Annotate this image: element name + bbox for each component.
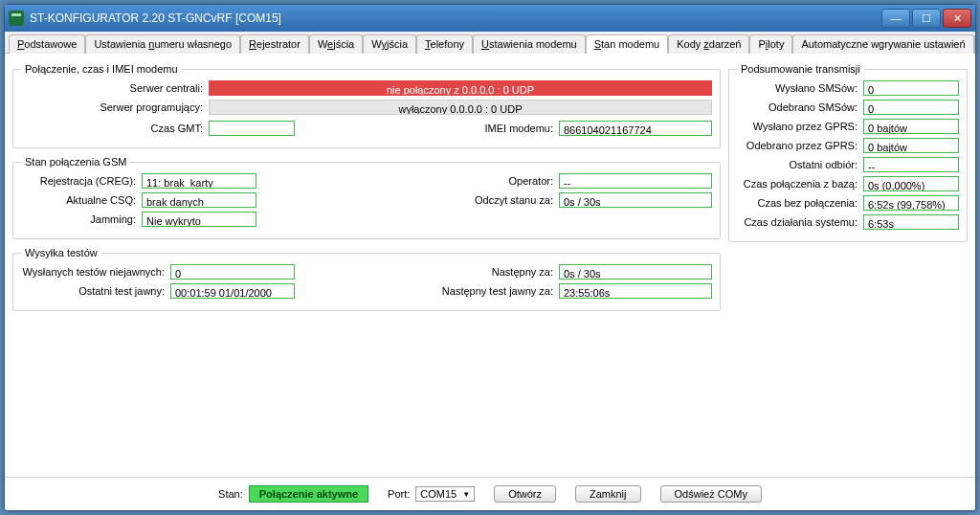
close-button[interactable]: ✕ xyxy=(943,9,971,28)
value-uptime: 6:53s xyxy=(863,214,959,230)
label-state: Stan: xyxy=(218,488,243,500)
value-jamming: Nie wykryto Jammingu xyxy=(142,212,256,227)
value-csq: brak danych xyxy=(142,192,256,208)
legend-gsm: Stan połączenia GSM xyxy=(21,156,130,168)
legend-summary: Podsumowanie transmisji xyxy=(737,63,864,75)
label-sms-out: Wysłano SMSów: xyxy=(737,82,863,94)
value-sms-out: 0 xyxy=(863,80,959,96)
label-imei: IMEI modemu: xyxy=(367,123,559,134)
legend-tests: Wysyłka testów xyxy=(21,247,101,258)
label-jamming: Jamming: xyxy=(21,213,142,225)
value-gprs-out: 0 bajtów xyxy=(863,119,959,134)
label-conn-time: Czas połączenia z bazą: xyxy=(737,178,863,190)
value-conn-time: 0s (0,000%) xyxy=(863,176,959,191)
value-gprs-in: 0 bajtów xyxy=(863,138,959,153)
value-last-pub: 00:01:59 01/01/2000 xyxy=(170,283,295,299)
tab-rejestrator[interactable]: Rejestrator xyxy=(240,34,309,54)
label-port: Port: xyxy=(388,488,410,500)
tab-kody-zdarzen[interactable]: Kody zdarzeń xyxy=(668,34,749,54)
tab-ustawienia-numeru[interactable]: Ustawienia numeru własnego xyxy=(85,34,240,54)
value-last-recv: -- xyxy=(863,157,959,172)
tab-podstawowe[interactable]: Podstawowe xyxy=(9,34,85,54)
fieldset-tests: Wysyłka testów Wysłanych testów niejawny… xyxy=(12,247,721,311)
label-next: Następny za: xyxy=(367,266,559,278)
maximize-button[interactable]: ☐ xyxy=(912,9,941,28)
close-port-button[interactable]: Zamknij xyxy=(575,485,641,503)
label-server-prog: Serwer programujący: xyxy=(21,101,209,113)
label-next-pub: Następny test jawny za: xyxy=(367,285,559,297)
tab-auto-wgrywanie[interactable]: Automatyczne wgrywanie ustawień xyxy=(792,34,973,54)
label-sms-in: Odebrano SMSów: xyxy=(737,101,863,113)
footer-bar: Stan: Połączenie aktywne Port: COM15 ▼ O… xyxy=(5,477,975,510)
app-window: ST-KONFIGURATOR 2.20 ST-GNCvRF [COM15] —… xyxy=(4,4,976,511)
label-server-central: Serwer centrali: xyxy=(21,82,209,94)
window-title: ST-KONFIGURATOR 2.20 ST-GNCvRF [COM15] xyxy=(30,11,881,25)
label-uptime: Czas działania systemu: xyxy=(737,216,863,228)
value-imei: 866104021167724 xyxy=(559,121,712,136)
tabstrip: Podstawowe Ustawienia numeru własnego Re… xyxy=(5,32,975,54)
port-select[interactable]: COM15 ▼ xyxy=(415,486,475,502)
value-next-pub: 23:55:06s xyxy=(559,283,712,299)
label-last-recv: Ostatni odbiór: xyxy=(737,159,863,170)
titlebar: ST-KONFIGURATOR 2.20 ST-GNCvRF [COM15] —… xyxy=(5,5,975,32)
label-last-pub: Ostatni test jawny: xyxy=(21,285,170,297)
label-read-state: Odczyt stanu za: xyxy=(367,194,559,206)
legend-connection: Połączenie, czas i IMEI modemu xyxy=(21,63,182,75)
label-gmt: Czas GMT: xyxy=(21,123,209,134)
tab-content: Połączenie, czas i IMEI modemu Serwer ce… xyxy=(5,54,975,477)
value-state: Połączenie aktywne xyxy=(249,485,368,503)
tab-piloty[interactable]: Piloty xyxy=(749,34,792,54)
tab-ustawienia-modemu[interactable]: Ustawienia modemu xyxy=(473,34,586,54)
fieldset-summary: Podsumowanie transmisji Wysłano SMSów:0 … xyxy=(728,63,968,242)
tab-stan-modemu[interactable]: Stan modemu xyxy=(586,34,669,54)
tab-wejscia[interactable]: Wejścia xyxy=(309,34,363,54)
value-read-state: 0s / 30s xyxy=(559,192,712,208)
value-sms-in: 0 xyxy=(863,100,959,115)
open-button[interactable]: Otwórz xyxy=(494,485,556,503)
value-gmt xyxy=(209,121,295,136)
tab-wyjscia[interactable]: Wyjścia xyxy=(363,34,416,54)
value-operator: -- xyxy=(559,173,712,189)
minimize-button[interactable]: — xyxy=(881,9,910,28)
fieldset-connection: Połączenie, czas i IMEI modemu Serwer ce… xyxy=(12,63,721,148)
value-server-prog: wyłączony 0.0.0.0 : 0 UDP xyxy=(209,100,712,115)
label-noconn-time: Czas bez połączenia: xyxy=(737,197,863,209)
label-sent-hidden: Wysłanych testów niejawnych: xyxy=(21,266,170,278)
app-icon xyxy=(9,11,24,26)
value-server-central: nie połączony z 0.0.0.0 : 0 UDP xyxy=(209,80,712,96)
label-csq: Aktualne CSQ: xyxy=(21,194,142,206)
tab-telefony[interactable]: Telefony xyxy=(416,34,473,54)
value-creg: 11: brak_karty xyxy=(142,173,256,189)
value-sent-hidden: 0 xyxy=(170,264,295,280)
fieldset-gsm: Stan połączenia GSM Rejestracja (CREG): … xyxy=(12,156,721,239)
value-next: 0s / 30s xyxy=(559,264,712,280)
value-noconn-time: 6:52s (99,758%) xyxy=(863,195,959,211)
label-creg: Rejestracja (CREG): xyxy=(21,175,142,187)
label-gprs-in: Odebrano przez GPRS: xyxy=(737,140,863,151)
dropdown-arrow-icon: ▼ xyxy=(462,490,470,499)
label-operator: Operator: xyxy=(367,175,559,187)
port-value: COM15 xyxy=(420,488,457,500)
label-gprs-out: Wysłano przez GPRS: xyxy=(737,121,863,132)
tab-firmware[interactable]: Firmware xyxy=(974,34,976,54)
refresh-com-button[interactable]: Odśwież COMy xyxy=(660,485,762,503)
